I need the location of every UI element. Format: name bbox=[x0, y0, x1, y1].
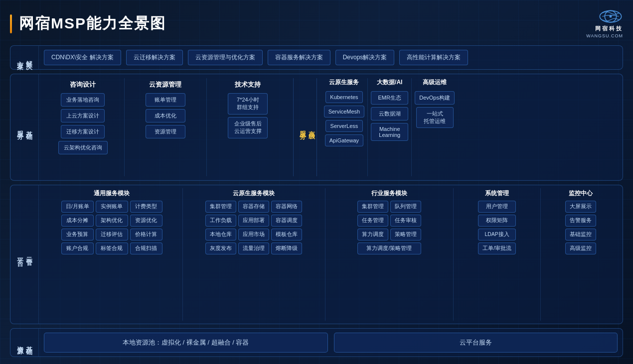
advanced-label: 高级服务 bbox=[299, 125, 316, 129]
general-module-grid: 日/月账单 实例账单 计费类型 成本分摊 架构优化 资源优化 业务预算 迁移评估… bbox=[61, 201, 162, 254]
basic-services-row: 基础服务 咨询设计 业务落地咨询 上云方案设计 迁移方案设计 云架构优化咨询 bbox=[10, 74, 623, 181]
advanced-label-area: 高级服务 bbox=[299, 78, 317, 176]
cloud-platform-content: 通用服务模块 日/月账单 实例账单 计费类型 成本分摊 架构优化 资源优化 业务… bbox=[39, 185, 623, 324]
advanced-ops-column: 高级运维 DevOps构建 一站式托管运维 bbox=[412, 78, 458, 176]
tech-support-item-1: 企业级售后云运营支撑 bbox=[228, 117, 268, 138]
consulting-title: 咨询设计 bbox=[70, 80, 96, 89]
gm-4: 架构优化 bbox=[96, 215, 128, 227]
monitor-module-grid: 大屏展示 告警服务 基础监控 高级监控 bbox=[565, 201, 596, 254]
consulting-column: 咨询设计 业务落地咨询 上云方案设计 迁移方案设计 云架构优化咨询 bbox=[42, 78, 125, 176]
bigdata-ai-item-0: EMR生态 bbox=[371, 91, 408, 105]
solution-item-5: 高性能计算解决方案 bbox=[399, 50, 468, 65]
tech-support-item-0: 7*24小时群组支持 bbox=[228, 93, 268, 115]
bigdata-ai-item-2: MachineLearning bbox=[371, 123, 408, 141]
bigdata-ai-title: 大数据/AI bbox=[377, 78, 402, 87]
header-left: 网宿MSP能力全景图 bbox=[10, 13, 166, 34]
system-module-grid: 用户管理 权限矩阵 LDAP接入 工单/审批流 bbox=[478, 201, 516, 254]
solutions-row: 解决方案 CDN\DX\安全 解决方案 云迁移解决方案 云资源管理与优化方案 容… bbox=[10, 45, 623, 70]
header: 网宿MSP能力全景图 网宿科技 WANGSU.COM bbox=[10, 9, 623, 38]
im-3: 任务审核 bbox=[390, 215, 421, 227]
cnm-5: 容器调度 bbox=[271, 215, 302, 227]
gm-3: 成本分摊 bbox=[61, 215, 94, 227]
gm-0: 日/月账单 bbox=[61, 201, 94, 213]
solutions-label: 解决方案 bbox=[10, 46, 39, 69]
gm-9: 账户合规 bbox=[61, 243, 94, 254]
logo-domain: WANGSU.COM bbox=[586, 33, 623, 38]
consulting-items: 业务落地咨询 上云方案设计 迁移方案设计 云架构优化咨询 bbox=[58, 93, 108, 154]
monitor-module-title: 监控中心 bbox=[569, 189, 593, 198]
industry-module-title: 行业服务模块 bbox=[371, 189, 407, 198]
advanced-ops-item-1: 一站式托管运维 bbox=[416, 107, 454, 128]
cnm-2: 容器网络 bbox=[271, 201, 302, 213]
cloud-native-item-0: Kubernetes bbox=[325, 91, 363, 103]
cloud-resource-items: 账单管理 成本优化 资源管理 bbox=[146, 93, 185, 138]
sm-0: 用户管理 bbox=[478, 201, 516, 213]
advanced-ops-item-0: DevOps构建 bbox=[415, 91, 455, 105]
solution-item-2: 云资源管理与优化方案 bbox=[188, 50, 263, 65]
im-1: 队列管理 bbox=[390, 201, 421, 213]
solution-item-0: CDN\DX\安全 解决方案 bbox=[44, 50, 121, 65]
solution-item-4: Devops解决方案 bbox=[335, 50, 395, 65]
cnm-4: 应用部署 bbox=[238, 215, 269, 227]
consulting-item-3: 云架构优化咨询 bbox=[58, 141, 108, 154]
cloud-resource-item-2: 资源管理 bbox=[146, 125, 185, 138]
basic-services-content: 咨询设计 业务落地咨询 上云方案设计 迁移方案设计 云架构优化咨询 云资源管理 bbox=[39, 74, 623, 180]
cloud-resource-item-0: 账单管理 bbox=[146, 93, 185, 107]
mm-1: 告警服务 bbox=[565, 215, 596, 227]
im-4: 算力调度 bbox=[357, 229, 388, 241]
advanced-services: 高级服务 云原生服务 Kubernetes ServiceMesh Server… bbox=[294, 78, 620, 176]
infrastructure-row: 基础资源 本地资源池：虚拟化 / 裸金属 / 超融合 / 容器 云平台服务 bbox=[10, 328, 623, 357]
bigdata-ai-item-1: 云数据湖 bbox=[371, 107, 408, 121]
logo-company-name: 网宿科技 bbox=[595, 25, 623, 32]
gm-8: 价格计算 bbox=[130, 229, 162, 241]
sm-1: 权限矩阵 bbox=[478, 215, 516, 227]
cnm-8: 模板仓库 bbox=[271, 229, 302, 241]
gm-5: 资源优化 bbox=[130, 215, 162, 227]
solution-item-3: 容器服务解决方案 bbox=[268, 50, 330, 65]
cloud-resource-title: 云资源管理 bbox=[149, 80, 181, 89]
im-2: 任务管理 bbox=[357, 215, 388, 227]
header-accent-line bbox=[10, 14, 12, 33]
tech-support-column: 技术支持 7*24小时群组支持 企业级售后云运营支撑 bbox=[207, 78, 289, 176]
advanced-services-inner: 高级服务 云原生服务 Kubernetes ServiceMesh Server… bbox=[299, 78, 620, 176]
consulting-item-0: 业务落地咨询 bbox=[61, 93, 105, 107]
basic-left: 咨询设计 业务落地咨询 上云方案设计 迁移方案设计 云架构优化咨询 云资源管理 bbox=[42, 78, 294, 176]
cnm-3: 工作负载 bbox=[205, 215, 236, 227]
gm-1: 实例账单 bbox=[96, 201, 128, 213]
system-module-title: 系统管理 bbox=[485, 189, 509, 198]
cnm-11: 熔断降级 bbox=[271, 243, 302, 254]
solutions-content: CDN\DX\安全 解决方案 云迁移解决方案 云资源管理与优化方案 容器服务解决… bbox=[39, 46, 623, 69]
logo-area: 网宿科技 WANGSU.COM bbox=[586, 9, 623, 38]
bigdata-ai-column: 大数据/AI EMR生态 云数据湖 MachineLearning bbox=[368, 78, 412, 176]
basic-services-label: 基础服务 bbox=[10, 74, 39, 180]
monitor-module: 监控中心 大屏展示 告警服务 基础监控 高级监控 bbox=[541, 188, 621, 321]
general-module: 通用服务模块 日/月账单 实例账单 计费类型 成本分摊 架构优化 资源优化 业务… bbox=[41, 188, 183, 321]
cloud-resource-column: 云资源管理 账单管理 成本优化 资源管理 bbox=[125, 78, 207, 176]
sm-2: LDAP接入 bbox=[478, 229, 516, 241]
cloud-native-module-title: 云原生服务模块 bbox=[233, 189, 275, 198]
cloud-native-item-3: ApiGateway bbox=[325, 134, 363, 146]
advanced-ops-title: 高级运维 bbox=[423, 78, 447, 87]
gm-11: 合规扫描 bbox=[130, 243, 162, 254]
cloud-platform-row: 云管平台 通用服务模块 日/月账单 实例账单 计费类型 成本分摊 架构优化 资源… bbox=[10, 185, 623, 324]
gm-10: 标签合规 bbox=[96, 243, 128, 254]
infra-local: 本地资源池：虚拟化 / 裸金属 / 超融合 / 容器 bbox=[44, 333, 328, 353]
consulting-item-2: 迁移方案设计 bbox=[61, 125, 105, 138]
cloud-platform-label: 云管平台 bbox=[10, 185, 39, 324]
infrastructure-content: 本地资源池：虚拟化 / 裸金属 / 超融合 / 容器 云平台服务 bbox=[39, 329, 623, 357]
mm-0: 大屏展示 bbox=[565, 201, 596, 213]
mm-2: 基础监控 bbox=[565, 229, 596, 241]
page-title: 网宿MSP能力全景图 bbox=[19, 13, 166, 34]
solution-item-1: 云迁移解决方案 bbox=[126, 50, 183, 65]
tech-support-items: 7*24小时群组支持 企业级售后云运营支撑 bbox=[228, 93, 268, 138]
gm-7: 迁移评估 bbox=[96, 229, 128, 241]
infrastructure-label: 基础资源 bbox=[10, 329, 39, 357]
cloud-native-module: 云原生服务模块 集群管理 容器存储 容器网络 工作负载 应用部署 容器调度 本地… bbox=[183, 188, 325, 321]
cloud-native-title: 云原生服务 bbox=[329, 78, 359, 87]
cloud-native-item-2: ServerLess bbox=[325, 120, 363, 132]
cloud-native-item-1: ServiceMesh bbox=[324, 106, 365, 118]
cnm-9: 灰度发布 bbox=[205, 243, 236, 254]
gm-2: 计费类型 bbox=[130, 201, 162, 213]
cnm-10: 流量治理 bbox=[238, 243, 269, 254]
cloud-native-column: 云原生服务 Kubernetes ServiceMesh ServerLess … bbox=[321, 78, 368, 176]
